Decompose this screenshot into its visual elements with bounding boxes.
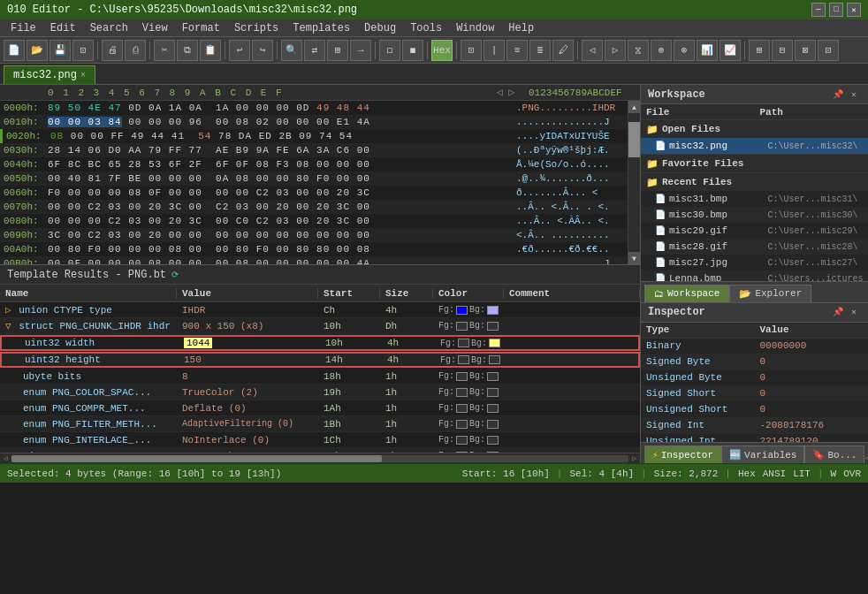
tb-b12[interactable]: 📈 bbox=[720, 40, 741, 61]
tb-b4[interactable]: ≣ bbox=[529, 40, 551, 61]
tb-open[interactable]: 📂 bbox=[27, 40, 48, 61]
insp-tab-bookmarks[interactable]: 🔖 Bo... bbox=[804, 446, 864, 463]
template-row-comprmet[interactable]: enum PNG_COMPR_MET... Deflate (0) 1Ah 1h… bbox=[0, 400, 640, 416]
tb-print2[interactable]: ⎙ bbox=[125, 40, 146, 61]
tb-replace[interactable]: ⇄ bbox=[304, 40, 325, 61]
menu-templates[interactable]: Templates bbox=[286, 20, 357, 36]
tb-b16[interactable]: ⊡ bbox=[818, 40, 839, 61]
ws-item-misc29[interactable]: 📄 misc29.gif C:\User...misc29\ bbox=[641, 223, 868, 239]
tb-select2[interactable]: ◼ bbox=[402, 40, 423, 61]
tb-redo[interactable]: ↪ bbox=[252, 40, 273, 61]
menu-search[interactable]: Search bbox=[83, 20, 135, 36]
menu-edit[interactable]: Edit bbox=[43, 20, 83, 36]
hex-row-0040[interactable]: 0040h: 6F 8C BC 65 28 53 6F 2F 6F 0F 08 … bbox=[0, 157, 628, 171]
hscroll-left-icon[interactable]: ◁ bbox=[4, 454, 8, 462]
tb-b15[interactable]: ⊠ bbox=[795, 40, 816, 61]
hex-row-0030[interactable]: 0030h: 28 14 06 D0 AA 79 FF 77 AE B9 9A … bbox=[0, 143, 628, 157]
ws-item-misc31[interactable]: 📄 misc31.bmp C:\User...misc31\ bbox=[641, 191, 868, 207]
template-row-interlace[interactable]: enum PNG_INTERLACE_... NoInterlace (0) 1… bbox=[0, 432, 640, 448]
tb-find[interactable]: 🔍 bbox=[281, 40, 302, 61]
tb-b13[interactable]: ⊞ bbox=[749, 40, 770, 61]
hex-scrollbar[interactable]: ▲ ▼ bbox=[628, 101, 640, 264]
tb-save[interactable]: 💾 bbox=[49, 40, 71, 61]
insp-tab-inspector[interactable]: ⚡ Inspector bbox=[644, 446, 721, 463]
hex-row-0050[interactable]: 0050h: 00 40 81 7F BE 00 00 00 0A 08 00 … bbox=[0, 171, 628, 186]
hex-row-00b0[interactable]: 00B0h: 00 0F 00 00 00 08 00 00 00 08 00 … bbox=[0, 256, 628, 264]
hscroll-thumb[interactable] bbox=[11, 455, 382, 462]
hex-row-0060[interactable]: 0060h: F0 00 00 00 08 0F 00 00 00 00 C2 … bbox=[0, 186, 628, 200]
tab-misc32[interactable]: misc32.png × bbox=[4, 65, 95, 84]
ws-item-misc27[interactable]: 📄 misc27.jpg C:\User...misc27\ bbox=[641, 255, 868, 270]
inspector-pin-icon[interactable]: 📌 bbox=[831, 305, 845, 319]
menu-help[interactable]: Help bbox=[501, 20, 541, 36]
tb-b8[interactable]: ⧖ bbox=[628, 40, 649, 61]
refresh-icon[interactable]: ⟳ bbox=[171, 270, 179, 280]
tab-close-icon[interactable]: × bbox=[80, 71, 86, 80]
menu-scripts[interactable]: Scripts bbox=[227, 20, 286, 36]
hex-row-0020[interactable]: 0020h: 0B 00 00 FF 49 44 41 54 78 DA ED … bbox=[0, 129, 628, 143]
maximize-button[interactable]: □ bbox=[829, 3, 843, 17]
workspace-close-icon[interactable]: ✕ bbox=[847, 88, 861, 102]
close-button[interactable]: ✕ bbox=[847, 3, 861, 17]
tb-b9[interactable]: ⊕ bbox=[651, 40, 672, 61]
scroll-down-btn[interactable]: ▼ bbox=[628, 252, 640, 264]
tb-b14[interactable]: ⊟ bbox=[772, 40, 793, 61]
menu-tools[interactable]: Tools bbox=[403, 20, 449, 36]
workspace-pin-icon[interactable]: 📌 bbox=[831, 88, 845, 102]
tb-b2[interactable]: | bbox=[483, 40, 505, 61]
tb-select[interactable]: ◻ bbox=[379, 40, 400, 61]
nav-left-icon[interactable]: ◁ bbox=[495, 86, 505, 99]
template-row-colorspace[interactable]: enum PNG_COLOR_SPAC... TrueColor (2) 19h… bbox=[0, 385, 640, 400]
menu-format[interactable]: Format bbox=[175, 20, 227, 36]
tb-new[interactable]: 📄 bbox=[4, 40, 25, 61]
inspector-close-icon[interactable]: ✕ bbox=[847, 305, 861, 319]
ws-item-misc30[interactable]: 📄 misc30.bmp C:\User...misc30\ bbox=[641, 207, 868, 223]
scroll-thumb[interactable] bbox=[628, 122, 640, 157]
ws-section-recent-header[interactable]: 📁 Recent Files bbox=[641, 173, 868, 191]
hex-row-0080[interactable]: 0080h: 00 00 00 C2 03 00 20 3C 00 C0 C2 … bbox=[0, 214, 628, 228]
insp-nav-left-icon[interactable]: ◁ bbox=[864, 453, 868, 463]
hex-row-0090[interactable]: 0090h: 3C 00 C2 03 00 20 00 00 00 00 00 … bbox=[0, 228, 628, 242]
tb-copy[interactable]: ⧉ bbox=[177, 40, 198, 61]
scroll-up-btn[interactable]: ▲ bbox=[628, 101, 640, 113]
hex-row-00a0[interactable]: 00A0h: 00 80 F0 00 00 00 08 00 00 80 F0 … bbox=[0, 242, 628, 256]
template-row-0[interactable]: ▷ union CTYPE type IHDR Ch 4h Fg: Bg: bbox=[0, 302, 640, 318]
template-hscroll[interactable]: ◁ ▷ bbox=[0, 453, 640, 463]
tb-b3[interactable]: ≡ bbox=[506, 40, 528, 61]
hex-row-0010[interactable]: 0010h: 00 00 03 84 00 00 00 96 00 08 02 … bbox=[0, 115, 628, 129]
tb-paste[interactable]: 📋 bbox=[200, 40, 221, 61]
menu-window[interactable]: Window bbox=[449, 20, 501, 36]
menu-debug[interactable]: Debug bbox=[357, 20, 403, 36]
ws-tab-workspace[interactable]: 🗂 Workspace bbox=[644, 285, 729, 302]
template-row-bits[interactable]: ubyte bits 8 18h 1h Fg: Bg: bbox=[0, 369, 640, 385]
menu-view[interactable]: View bbox=[135, 20, 175, 36]
tb-cut[interactable]: ✂ bbox=[154, 40, 175, 61]
menu-file[interactable]: File bbox=[4, 20, 43, 36]
template-row-filtermeth[interactable]: enum PNG_FILTER_METH... AdaptiveFilterin… bbox=[0, 416, 640, 432]
scroll-track[interactable] bbox=[628, 113, 640, 252]
ws-item-misc28[interactable]: 📄 misc28.gif C:\User...misc28\ bbox=[641, 239, 868, 255]
tb-b7[interactable]: ▷ bbox=[605, 40, 626, 61]
tb-b11[interactable]: 📊 bbox=[697, 40, 718, 61]
tb-findall[interactable]: ⊞ bbox=[327, 40, 348, 61]
minimize-button[interactable]: ─ bbox=[811, 3, 826, 17]
template-row-width[interactable]: uint32 width 1044 10h 4h Fg: Bg: bbox=[0, 335, 640, 351]
hscroll-right-icon[interactable]: ▷ bbox=[632, 454, 636, 462]
tb-hex[interactable]: Hex bbox=[431, 40, 453, 61]
tb-b1[interactable]: ⊡ bbox=[461, 40, 482, 61]
tb-undo[interactable]: ↩ bbox=[229, 40, 250, 61]
tb-b5[interactable]: 🖊 bbox=[552, 40, 574, 61]
ws-item-lenna[interactable]: 📄 Lenna.bmp C:\Users...ictures\ bbox=[641, 270, 868, 281]
hscroll-track[interactable] bbox=[11, 455, 628, 462]
ws-item-misc32[interactable]: 📄 misc32.png C:\User...misc32\ bbox=[641, 138, 868, 154]
tb-save-all[interactable]: ⊡ bbox=[72, 40, 94, 61]
template-row-1[interactable]: ▽ struct PNG_CHUNK_IHDR ihdr 900 x 150 (… bbox=[0, 318, 640, 334]
insp-tab-variables[interactable]: 🔤 Variables bbox=[721, 446, 804, 463]
hex-row-0070[interactable]: 0070h: 00 00 C2 03 00 20 3C 00 C2 03 00 … bbox=[0, 200, 628, 214]
template-row-height[interactable]: uint32 height 150 14h 4h Fg: Bg: bbox=[0, 352, 640, 368]
tb-goto[interactable]: → bbox=[350, 40, 371, 61]
ws-section-favorite-header[interactable]: 📁 Favorite Files bbox=[641, 155, 868, 172]
tb-print[interactable]: 🖨 bbox=[102, 40, 123, 61]
nav-right-icon[interactable]: ▷ bbox=[506, 86, 516, 99]
tb-b6[interactable]: ◁ bbox=[582, 40, 603, 61]
